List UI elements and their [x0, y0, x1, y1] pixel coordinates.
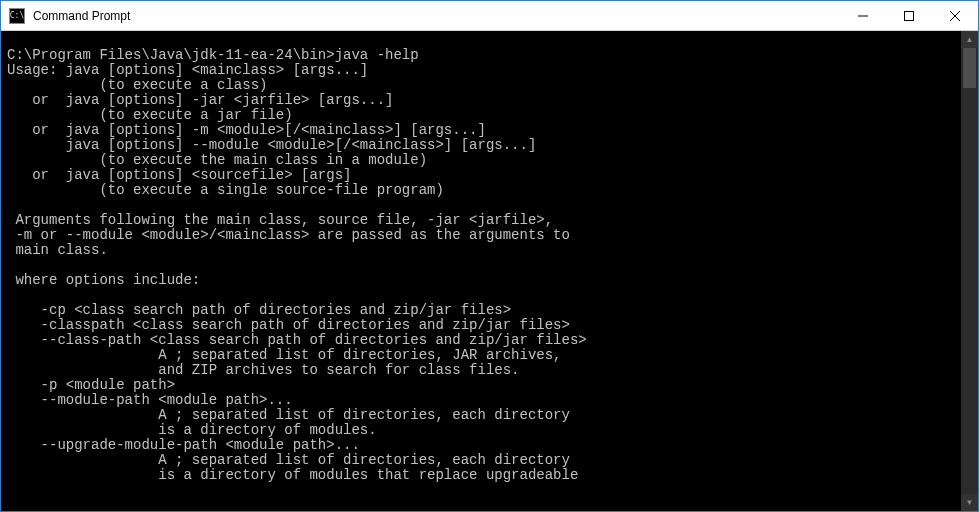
terminal-area: C:\Program Files\Java\jdk-11-ea-24\bin>j… [1, 31, 978, 511]
titlebar[interactable]: C:\ Command Prompt [1, 1, 978, 31]
scroll-thumb[interactable] [963, 48, 976, 88]
scrollbar[interactable]: ▲ ▼ [961, 31, 978, 511]
terminal-output[interactable]: C:\Program Files\Java\jdk-11-ea-24\bin>j… [1, 31, 978, 511]
svg-rect-1 [905, 11, 914, 20]
maximize-button[interactable] [886, 1, 932, 30]
minimize-button[interactable] [840, 1, 886, 30]
app-icon: C:\ [9, 8, 25, 24]
window-title: Command Prompt [31, 9, 840, 23]
scroll-down-arrow[interactable]: ▼ [961, 494, 978, 511]
window-controls [840, 1, 978, 30]
close-button[interactable] [932, 1, 978, 30]
scroll-up-arrow[interactable]: ▲ [961, 31, 978, 48]
